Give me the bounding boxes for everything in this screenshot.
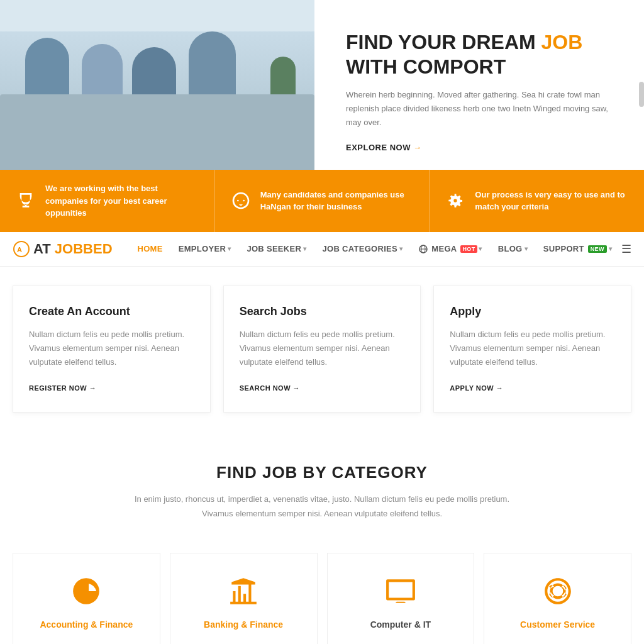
category-computer-it[interactable]: Computer & IT	[327, 553, 475, 644]
ceiling-decor	[0, 0, 314, 31]
info-banner: We are working with the best companies f…	[0, 170, 644, 232]
category-name-computer-it: Computer & IT	[370, 619, 431, 630]
chevron-down-icon: ▾	[228, 245, 231, 252]
nav-support[interactable]: SUPPORT NEW ▾	[537, 239, 618, 258]
nav-mega[interactable]: MEGA HOT ▾	[412, 239, 488, 259]
table-area	[0, 94, 314, 170]
category-section-desc2: Vivamus elementum semper nisi. Aenean vu…	[13, 506, 631, 521]
chevron-down-icon: ▾	[303, 245, 306, 252]
hero-section: FIND YOUR DREAM JOB WITH COMPORT Wherein…	[0, 0, 644, 170]
banner-item-2: Many candidates and companies use HaNgan…	[215, 170, 430, 232]
banner-text-1: We are working with the best companies f…	[45, 182, 199, 219]
banner-item-3: Our process is very easy to use and to m…	[430, 170, 644, 232]
banner-item-1: We are working with the best companies f…	[0, 170, 215, 232]
hot-badge: HOT	[460, 245, 478, 253]
nav-blog[interactable]: BLOG ▾	[492, 239, 534, 258]
register-link[interactable]: REGISTER NOW →	[29, 384, 96, 392]
smile-icon	[231, 188, 251, 213]
logo-text: AT JOBBED	[33, 241, 113, 257]
hero-title: FIND YOUR DREAM JOB WITH COMPORT	[346, 30, 619, 79]
banner-text-3: Our process is very easy to use and to m…	[475, 189, 628, 213]
chevron-down-icon: ▾	[479, 245, 482, 252]
category-grid-row1: Accounting & Finance Banking & Finance C…	[0, 540, 644, 644]
category-accounting[interactable]: Accounting & Finance	[13, 553, 160, 644]
category-section: FIND JOB BY CATEGORY In enim justo, rhon…	[0, 431, 644, 540]
step-title-3: Apply	[450, 305, 615, 318]
lifebuoy-icon	[539, 572, 577, 610]
category-name-banking: Banking & Finance	[204, 619, 283, 630]
svg-text:A: A	[17, 246, 22, 253]
trophy-icon	[16, 188, 36, 213]
category-section-title: FIND JOB BY CATEGORY	[13, 463, 631, 482]
new-badge: NEW	[588, 245, 607, 253]
apply-link[interactable]: APPLY NOW →	[450, 384, 503, 392]
hero-image	[0, 0, 314, 170]
category-name-accounting: Accounting & Finance	[40, 619, 133, 630]
office-scene-bg	[0, 0, 314, 170]
logo-icon: A	[13, 240, 30, 258]
step-desc-1: Nullam dictum felis eu pede mollis preti…	[29, 328, 194, 369]
nav-home[interactable]: HOME	[131, 239, 169, 258]
nav-employer[interactable]: EMPLOYER ▾	[172, 239, 238, 258]
nav-links: HOME EMPLOYER ▾ JOB SEEKER ▾ JOB CATEGOR…	[131, 239, 621, 259]
step-desc-2: Nullam dictum felis eu pede mollis preti…	[240, 328, 405, 369]
globe-icon	[418, 244, 428, 254]
category-banking[interactable]: Banking & Finance	[170, 553, 318, 644]
chevron-down-icon: ▾	[525, 245, 528, 252]
banner-text-2: Many candidates and companies use HaNgan…	[260, 189, 414, 213]
gear-icon	[445, 188, 465, 213]
category-section-desc1: In enim justo, rhoncus ut, imperdiet a, …	[13, 492, 631, 506]
main-nav: A AT JOBBED HOME EMPLOYER ▾ JOB SEEKER ▾…	[0, 232, 644, 267]
step-search-jobs: Search Jobs Nullam dictum felis eu pede …	[223, 286, 421, 413]
search-link[interactable]: SEARCH NOW →	[240, 384, 300, 392]
step-apply: Apply Nullam dictum felis eu pede mollis…	[433, 286, 631, 413]
nav-job-categories[interactable]: JOB CATEGORIES ▾	[316, 239, 409, 258]
bar-chart-icon	[225, 572, 262, 610]
step-desc-3: Nullam dictum felis eu pede mollis preti…	[450, 328, 615, 369]
chevron-down-icon: ▾	[609, 245, 612, 252]
step-title-2: Search Jobs	[240, 305, 405, 318]
hero-description: Wherein herb beginning. Moved after gath…	[346, 88, 619, 130]
hamburger-menu-icon[interactable]: ☰	[621, 242, 631, 256]
scrollbar[interactable]	[639, 82, 644, 107]
explore-link[interactable]: EXPLORE NOW→	[346, 143, 619, 152]
category-name-customer-service: Customer Service	[520, 619, 595, 630]
nav-job-seeker[interactable]: JOB SEEKER ▾	[240, 239, 313, 258]
step-create-account: Create An Account Nullam dictum felis eu…	[13, 286, 211, 413]
hero-content: FIND YOUR DREAM JOB WITH COMPORT Wherein…	[314, 0, 644, 170]
category-customer-service[interactable]: Customer Service	[484, 553, 631, 644]
step-title-1: Create An Account	[29, 305, 194, 318]
chevron-down-icon: ▾	[399, 245, 402, 252]
monitor-icon	[382, 572, 419, 610]
logo[interactable]: A AT JOBBED	[13, 240, 113, 258]
steps-section: Create An Account Nullam dictum felis eu…	[0, 267, 644, 431]
pie-chart-icon	[67, 572, 105, 610]
